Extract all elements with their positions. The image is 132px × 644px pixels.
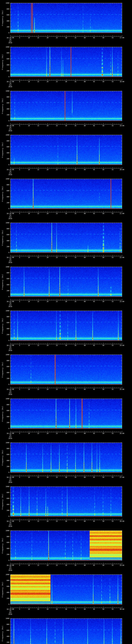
date-day: 19	[10, 258, 11, 260]
x-minute-tick-label: 20	[46, 301, 48, 302]
y-tick-label: 800	[0, 8, 10, 10]
spectrogram-panel: Frequency (Hz)1000800600400200018:19:001…	[0, 132, 132, 176]
y-axis-label: Frequency (Hz)	[2, 186, 3, 202]
x-minute-tick-label: 40	[84, 257, 86, 258]
x-minute-tick-label: 25	[56, 520, 58, 522]
x-minute-tick-label: 55	[112, 433, 114, 434]
y-axis-label: Frequency (Hz)	[2, 10, 3, 26]
x-minute-tick-label: 25	[56, 213, 58, 214]
x-minute-tick-label: 10	[28, 213, 30, 214]
y-tick-label: 400	[0, 592, 10, 593]
y-tick-label: 600	[0, 586, 10, 587]
y-tick-label: 400	[0, 460, 10, 461]
x-minute-tick-label: 5	[19, 608, 20, 610]
x-start-time-label: 18:18:00	[6, 125, 14, 126]
spectrogram-panel: Frequency (Hz)1000800600400200018:21:001…	[0, 220, 132, 264]
x-minute-tick-label: 5	[19, 520, 20, 522]
x-minute-tick-label: 5	[19, 564, 20, 566]
x-minute-tick-label: 5	[19, 476, 20, 478]
y-tick-label: 1000	[0, 222, 10, 224]
y-tick-label: 800	[0, 96, 10, 98]
date-year: 2016	[8, 526, 12, 527]
y-tick-label: 800	[0, 404, 10, 406]
x-minute-tick-label: 55	[112, 125, 114, 126]
x-start-time-label: 18:29:00	[6, 608, 14, 610]
x-start-time-label: 18:16:00	[6, 37, 14, 38]
x-minute-tick-label: 50	[102, 520, 104, 522]
x-minute-tick-label: 5	[19, 345, 20, 346]
date-day: 19	[10, 302, 11, 304]
x-start-time-label: 18:17:00	[6, 81, 14, 82]
x-minute-tick-label: 25	[56, 476, 58, 478]
y-tick-label: 400	[0, 284, 10, 286]
y-tick-label: 600	[0, 190, 10, 192]
date-year: 2016	[8, 570, 12, 571]
y-tick-label: 1000	[0, 530, 10, 532]
date-day: 19	[10, 214, 11, 216]
x-minute-tick-label: 30	[65, 433, 67, 434]
x-minute-tick-label: 10	[28, 125, 30, 126]
x-minute-tick-label: 50	[102, 81, 104, 82]
x-minute-tick-label: 35	[74, 37, 76, 38]
y-tick-label: 400	[0, 108, 10, 110]
x-minute-tick-label: 55	[112, 388, 114, 390]
y-tick-label: 1000	[0, 90, 10, 92]
y-tick-label: 800	[0, 316, 10, 318]
y-tick-label: 1000	[0, 46, 10, 48]
x-end-time-label: 18:00	[120, 81, 124, 82]
y-tick-label: 200	[0, 642, 10, 643]
date-month: Jul	[9, 40, 12, 42]
spectrogram-panel: Frequency (Hz)1000800600400200018:17:001…	[0, 44, 132, 88]
x-minute-tick-label: 35	[74, 564, 76, 566]
x-minute-tick-label: 10	[28, 564, 30, 566]
y-tick-label: 1000	[0, 134, 10, 136]
x-minute-tick-label: 30	[65, 608, 67, 610]
date-month: Jul	[9, 480, 12, 482]
x-start-time-label: 18:25:00	[6, 433, 14, 434]
x-minute-tick-label: 25	[56, 608, 58, 610]
x-minute-tick-label: 55	[112, 81, 114, 82]
date-day: 19	[10, 566, 11, 568]
x-minute-tick-label: 15	[37, 81, 39, 82]
x-minute-tick-label: 40	[84, 608, 86, 610]
y-tick-label: 200	[0, 246, 10, 248]
x-minute-tick-label: 20	[46, 345, 48, 346]
y-tick-label: 0	[0, 208, 10, 210]
x-minute-tick-label: 45	[93, 169, 95, 170]
x-start-time-label: 18:26:00	[6, 476, 14, 478]
spectrogram-panel: Frequency (Hz)1000800600400200018:16:001…	[0, 0, 132, 44]
x-end-time-label: 27:00	[120, 476, 124, 478]
date-year: 2016	[8, 130, 12, 132]
y-tick-label: 600	[0, 102, 10, 104]
x-minute-tick-label: 15	[37, 257, 39, 258]
y-tick-label: 0	[0, 472, 10, 473]
x-minute-tick-label: 20	[46, 388, 48, 390]
x-minute-tick-label: 15	[37, 476, 39, 478]
x-start-time-label: 18:22:00	[6, 301, 14, 302]
x-minute-tick-label: 10	[28, 388, 30, 390]
x-minute-tick-label: 15	[37, 345, 39, 346]
x-start-time-label: 18:28:00	[6, 564, 14, 566]
x-minute-tick-label: 50	[102, 564, 104, 566]
x-minute-tick-label: 25	[56, 37, 58, 38]
x-minute-tick-label: 30	[65, 476, 67, 478]
date-month: Jul	[9, 260, 12, 262]
x-start-time-label: 18:19:00	[6, 169, 14, 170]
x-minute-tick-label: 35	[74, 257, 76, 258]
x-minute-tick-label: 30	[65, 257, 67, 258]
date-day: 19	[10, 346, 11, 348]
x-minute-tick-label: 40	[84, 169, 86, 170]
y-tick-label: 200	[0, 554, 10, 555]
y-tick-label: 800	[0, 536, 10, 537]
x-minute-tick-label: 25	[56, 125, 58, 126]
x-minute-tick-label: 35	[74, 345, 76, 346]
y-tick-label: 1000	[0, 442, 10, 444]
x-minute-tick-label: 45	[93, 476, 95, 478]
x-minute-tick-label: 35	[74, 608, 76, 610]
x-minute-tick-label: 50	[102, 476, 104, 478]
y-tick-label: 200	[0, 510, 10, 511]
x-minute-tick-label: 35	[74, 520, 76, 522]
y-tick-label: 800	[0, 448, 10, 450]
y-tick-label: 600	[0, 58, 10, 60]
date-month: Jul	[9, 392, 12, 394]
